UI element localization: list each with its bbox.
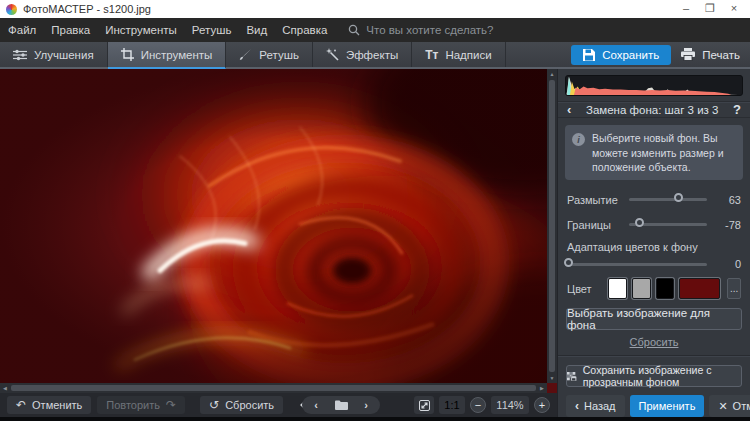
info-text: Выберите новый фон. Вы можете изменить р… <box>592 131 736 174</box>
color-adaptation-slider[interactable] <box>567 263 707 266</box>
title-bar: ФотоМАСТЕР - s1200.jpg – ❐ × <box>0 0 750 18</box>
tab-bar: Улучшения Инструменты Ретушь Эффекты Тт … <box>0 42 750 69</box>
undo-icon: ↶ <box>16 399 26 411</box>
sliders-section: Размытие 63 Границы -78 Адаптация цветов… <box>558 185 750 273</box>
panel-title: Замена фона: шаг 3 из 3 <box>571 104 733 116</box>
reset-icon: ↺ <box>209 399 219 411</box>
back-button[interactable]: ‹ Назад <box>566 395 625 417</box>
next-photo-button[interactable]: › <box>355 398 377 412</box>
reset-link-row: Сбросить <box>558 336 750 348</box>
reset-settings-link[interactable]: Сбросить <box>630 336 679 348</box>
histogram <box>565 75 743 96</box>
folder-icon <box>335 400 348 410</box>
panel-divider <box>558 355 750 357</box>
print-button[interactable]: Печать <box>681 48 740 61</box>
tab-effects[interactable]: Эффекты <box>313 42 412 67</box>
save-button[interactable]: Сохранить <box>571 45 671 65</box>
horizontal-scrollbar[interactable]: ◀ ▶ <box>0 383 547 393</box>
borders-slider[interactable] <box>629 223 707 226</box>
menu-view[interactable]: Вид <box>246 24 267 36</box>
apply-button[interactable]: Применить <box>630 395 705 417</box>
color-swatch-black[interactable] <box>656 278 675 299</box>
scroll-up-icon[interactable]: ▲ <box>547 69 557 79</box>
menu-retouch[interactable]: Ретушь <box>192 24 232 36</box>
magic-wand-icon <box>326 48 339 61</box>
window-title: ФотоМАСТЕР - s1200.jpg <box>23 3 151 15</box>
color-label: Цвет <box>567 283 603 295</box>
info-icon: i <box>572 133 585 146</box>
vertical-scroll-thumb[interactable] <box>549 80 555 372</box>
floppy-icon <box>583 49 595 61</box>
blur-value: 63 <box>715 194 741 206</box>
rose-artwork <box>0 69 547 383</box>
histogram-chart <box>566 76 742 95</box>
minus-icon: − <box>475 400 481 411</box>
tab-bar-right: Сохранить Печать <box>571 42 750 67</box>
color-swatch-white[interactable] <box>608 278 627 299</box>
menu-bar: Файл Правка Инструменты Ретушь Вид Справ… <box>0 18 750 42</box>
choose-background-button[interactable]: Выбрать изображение для фона <box>566 308 742 330</box>
prev-photo-button[interactable]: ‹ <box>305 398 327 412</box>
save-transparent-button[interactable]: Сохранить изображение с прозрачным фоном <box>566 365 742 387</box>
help-icon[interactable]: ? <box>733 102 741 117</box>
fit-screen-icon <box>419 400 430 411</box>
app-logo-icon <box>6 4 17 15</box>
tab-tools[interactable]: Инструменты <box>108 42 227 69</box>
menu-help[interactable]: Справка <box>282 24 327 36</box>
fit-to-screen-button[interactable] <box>414 396 434 414</box>
blur-slider-row: Размытие 63 <box>567 187 741 212</box>
undo-button[interactable]: ↶ Отменить <box>7 396 91 414</box>
color-adaptation-value: 0 <box>715 258 741 270</box>
menu-file[interactable]: Файл <box>8 24 36 36</box>
info-box: i Выберите новый фон. Вы можете изменить… <box>565 125 743 180</box>
search-input[interactable] <box>366 24 536 36</box>
borders-slider-knob[interactable] <box>635 218 644 227</box>
bottom-toolbar: ↶ Отменить Повторить ↷ ↺ Сбросить <box>0 393 557 417</box>
scroll-down-icon[interactable]: ▼ <box>547 373 557 383</box>
photo-canvas[interactable]: ▲ ▼ ◀ ▶ <box>0 69 557 393</box>
horizontal-scroll-thumb[interactable] <box>11 385 536 391</box>
zoom-controls: 1:1 − 114% + <box>414 396 550 414</box>
tab-retouch[interactable]: Ретушь <box>226 42 313 67</box>
photo-navigator: ‹ › <box>302 396 380 414</box>
close-x-icon: ✕ <box>718 400 727 413</box>
main-area: ▲ ▼ ◀ ▶ ↶ Отменить Повторить ↷ <box>0 69 750 417</box>
transparency-save-icon <box>567 370 577 383</box>
borders-label: Границы <box>567 219 621 231</box>
vertical-scrollbar[interactable]: ▲ ▼ <box>547 69 557 383</box>
scroll-right-icon[interactable]: ▶ <box>537 383 547 393</box>
maximize-button[interactable]: ❐ <box>698 1 722 17</box>
search-box <box>348 24 536 36</box>
color-adaptation-label: Адаптация цветов к фону <box>567 241 741 253</box>
color-swatch-gray[interactable] <box>632 278 651 299</box>
color-adaptation-slider-knob[interactable] <box>564 258 573 267</box>
brush-icon <box>239 48 252 61</box>
actual-size-button[interactable]: 1:1 <box>439 396 465 414</box>
blur-slider-knob[interactable] <box>674 193 683 202</box>
blur-label: Размытие <box>567 194 621 206</box>
borders-slider-row: Границы -78 <box>567 212 741 237</box>
zoom-in-button[interactable]: + <box>534 397 550 413</box>
redo-button[interactable]: Повторить ↷ <box>97 396 185 414</box>
menu-tools[interactable]: Инструменты <box>105 24 177 36</box>
zoom-out-button[interactable]: − <box>470 397 486 413</box>
blur-slider[interactable] <box>629 198 707 201</box>
open-folder-button[interactable] <box>330 398 352 412</box>
reset-button[interactable]: ↺ Сбросить <box>200 396 283 414</box>
color-row: Цвет ... <box>558 273 750 301</box>
tab-captions[interactable]: Тт Надписи <box>412 42 505 67</box>
panel-actions: ‹ Назад Применить ✕ Отмена <box>566 395 742 417</box>
more-colors-button[interactable]: ... <box>727 278 741 299</box>
menu-edit[interactable]: Правка <box>51 24 90 36</box>
window-bottom-edge <box>0 417 750 421</box>
scroll-left-icon[interactable]: ◀ <box>0 383 10 393</box>
panel-header: ‹ Замена фона: шаг 3 из 3 ? <box>558 101 750 118</box>
crop-icon <box>121 48 134 61</box>
minimize-button[interactable]: – <box>674 1 698 17</box>
tab-enhancements[interactable]: Улучшения <box>0 42 108 67</box>
cancel-button[interactable]: ✕ Отмена <box>709 395 750 417</box>
close-button[interactable]: × <box>722 1 746 17</box>
borders-value: -78 <box>715 219 741 231</box>
chevron-left-icon: ‹ <box>575 399 579 413</box>
color-swatch-current[interactable] <box>679 278 720 299</box>
